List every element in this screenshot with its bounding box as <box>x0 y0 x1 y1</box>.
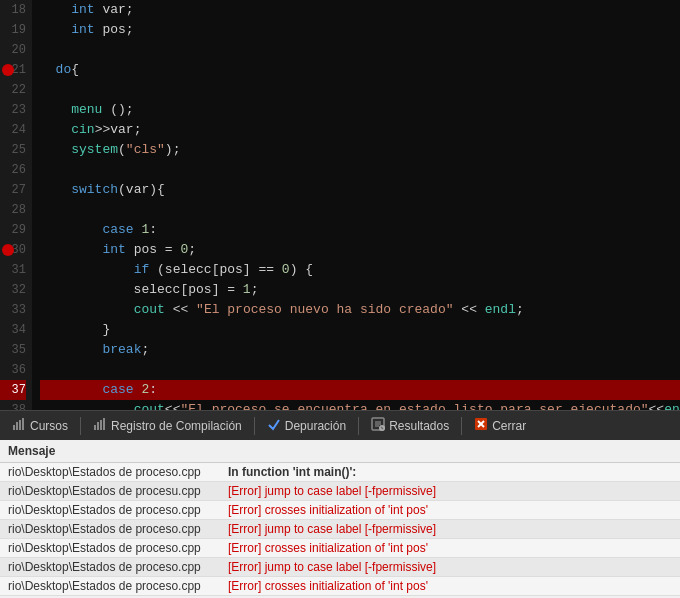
code-line <box>40 40 680 60</box>
message-text: [Error] crosses initialization of 'int p… <box>220 501 680 520</box>
message-text: [Error] jump to case label [-fpermissive… <box>220 520 680 539</box>
line-number: 24 <box>0 120 26 140</box>
resultados-icon <box>371 417 385 434</box>
toolbar-item-resultados[interactable]: Resultados <box>363 415 457 436</box>
message-file: rio\Desktop\Estados de proceso.cpp <box>0 463 220 482</box>
line-number: 25 <box>0 140 26 160</box>
code-line: int pos; <box>40 20 680 40</box>
editor-area: 1819202122232425262728293031323334353637… <box>0 0 680 410</box>
line-number: 37 <box>0 380 26 400</box>
message-text: [Error] crosses initialization of 'int p… <box>220 577 680 596</box>
code-line: cin>>var; <box>40 120 680 140</box>
line-number: 18 <box>0 0 26 20</box>
line-number: 32 <box>0 280 26 300</box>
svg-rect-1 <box>16 422 18 430</box>
line-number: 28 <box>0 200 26 220</box>
message-file: rio\Desktop\Estados de proceso.cpp <box>0 539 220 558</box>
depuracion-label: Depuración <box>285 419 346 433</box>
line-number: 23 <box>0 100 26 120</box>
line-number: 26 <box>0 160 26 180</box>
svg-rect-0 <box>13 425 15 430</box>
line-number: 21 <box>0 60 26 80</box>
svg-rect-7 <box>103 418 105 430</box>
svg-rect-3 <box>22 418 24 430</box>
code-line: int pos = 0; <box>40 240 680 260</box>
line-number: 38 <box>0 400 26 410</box>
code-line <box>40 80 680 100</box>
line-numbers: 1819202122232425262728293031323334353637… <box>0 0 32 410</box>
code-line: menu (); <box>40 100 680 120</box>
line-number: 20 <box>0 40 26 60</box>
message-text: In function 'int main()': <box>220 463 680 482</box>
code-line: system("cls"); <box>40 140 680 160</box>
message-row[interactable]: rio\Desktop\Estados de proceso.cpp[Error… <box>0 520 680 539</box>
messages-header-label: Mensaje <box>8 444 55 458</box>
code-line: break; <box>40 340 680 360</box>
code-area[interactable]: int var; int pos; do{ menu (); cin>>var;… <box>32 0 680 410</box>
message-file: rio\Desktop\Estados de proceso.cpp <box>0 501 220 520</box>
code-line: int var; <box>40 0 680 20</box>
code-line <box>40 160 680 180</box>
message-row[interactable]: rio\Desktop\Estados de proceso.cppIn fun… <box>0 463 680 482</box>
line-number: 34 <box>0 320 26 340</box>
message-row[interactable]: rio\Desktop\Estados de proceso.cpp[Error… <box>0 577 680 596</box>
svg-rect-2 <box>19 420 21 430</box>
message-row[interactable]: rio\Desktop\Estados de proceso.cpp[Error… <box>0 539 680 558</box>
toolbar-separator <box>461 417 462 435</box>
code-line: do{ <box>40 60 680 80</box>
line-number: 30 <box>0 240 26 260</box>
code-line: } <box>40 320 680 340</box>
cerrar-icon <box>474 417 488 434</box>
message-text: [Error] crosses initialization of 'int p… <box>220 539 680 558</box>
line-number: 22 <box>0 80 26 100</box>
code-line: cout<<"El proceso se encuentra en estado… <box>40 400 680 410</box>
code-line: case 2: <box>40 380 680 400</box>
cerrar-label: Cerrar <box>492 419 526 433</box>
toolbar-item-depuracion[interactable]: Depuración <box>259 415 354 436</box>
code-line <box>40 200 680 220</box>
message-file: rio\Desktop\Estados de proceso.cpp <box>0 577 220 596</box>
depuracion-icon <box>267 417 281 434</box>
messages-table: rio\Desktop\Estados de proceso.cppIn fun… <box>0 463 680 596</box>
code-line: case 1: <box>40 220 680 240</box>
registro-icon <box>93 417 107 434</box>
message-text: [Error] jump to case label [-fpermissive… <box>220 482 680 501</box>
registro-label: Registro de Compilación <box>111 419 242 433</box>
line-number: 29 <box>0 220 26 240</box>
code-line <box>40 360 680 380</box>
message-file: rio\Desktop\Estados de proceso.cpp <box>0 520 220 539</box>
toolbar-item-recursos[interactable]: Cursos <box>4 415 76 436</box>
message-row[interactable]: rio\Desktop\Estados de proceso.cpp[Error… <box>0 501 680 520</box>
line-number: 19 <box>0 20 26 40</box>
message-text: [Error] jump to case label [-fpermissive… <box>220 558 680 577</box>
code-line: cout << "El proceso nuevo ha sido creado… <box>40 300 680 320</box>
toolbar-item-registro[interactable]: Registro de Compilación <box>85 415 250 436</box>
line-number: 35 <box>0 340 26 360</box>
toolbar-separator <box>80 417 81 435</box>
line-number: 33 <box>0 300 26 320</box>
code-line: switch(var){ <box>40 180 680 200</box>
svg-rect-5 <box>97 422 99 430</box>
svg-rect-4 <box>94 425 96 430</box>
toolbar: CursosRegistro de CompilaciónDepuraciónR… <box>0 410 680 440</box>
message-row[interactable]: rio\Desktop\Estados de proceso.cpp[Error… <box>0 558 680 577</box>
message-file: rio\Desktop\Estados de proceso.cpp <box>0 558 220 577</box>
line-number: 36 <box>0 360 26 380</box>
code-line: selecc[pos] = 1; <box>40 280 680 300</box>
message-file: rio\Desktop\Estados de procesu.cpp <box>0 482 220 501</box>
svg-rect-6 <box>100 420 102 430</box>
toolbar-item-cerrar[interactable]: Cerrar <box>466 415 534 436</box>
code-line: if (selecc[pos] == 0) { <box>40 260 680 280</box>
messages-panel: Mensaje rio\Desktop\Estados de proceso.c… <box>0 440 680 598</box>
toolbar-separator <box>358 417 359 435</box>
resultados-label: Resultados <box>389 419 449 433</box>
message-row[interactable]: rio\Desktop\Estados de procesu.cpp[Error… <box>0 482 680 501</box>
line-number: 31 <box>0 260 26 280</box>
recursos-label: Cursos <box>30 419 68 433</box>
line-number: 27 <box>0 180 26 200</box>
messages-header: Mensaje <box>0 440 680 463</box>
recursos-icon <box>12 417 26 434</box>
toolbar-separator <box>254 417 255 435</box>
